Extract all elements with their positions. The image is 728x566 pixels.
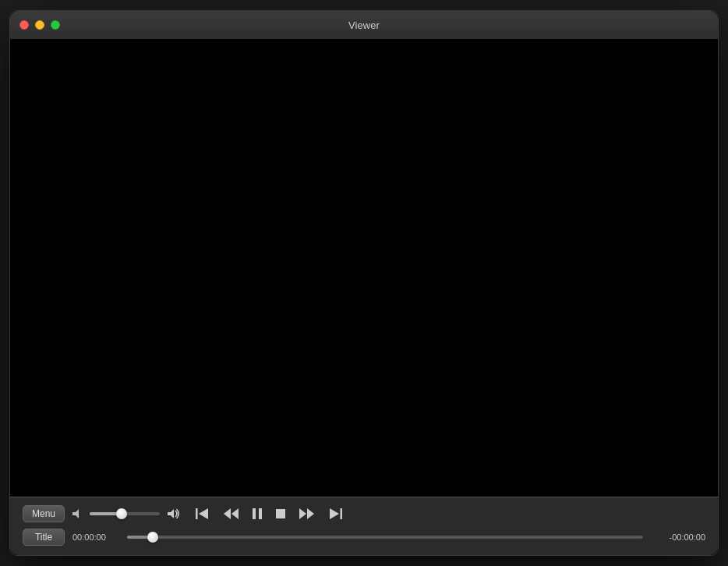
rewind-button[interactable] xyxy=(221,506,241,522)
controls-bar: Menu xyxy=(10,497,718,555)
progress-row: Title 00:00:00 -00:00:00 xyxy=(23,529,705,546)
window-title: Viewer xyxy=(348,19,380,31)
volume-slider[interactable] xyxy=(90,512,160,515)
skip-next-button[interactable] xyxy=(327,506,344,522)
skip-prev-button[interactable] xyxy=(194,506,211,522)
menu-button[interactable]: Menu xyxy=(23,505,65,522)
svg-rect-4 xyxy=(196,508,198,519)
volume-low-icon xyxy=(71,508,83,520)
titlebar: Viewer xyxy=(10,11,718,39)
svg-marker-12 xyxy=(307,508,314,519)
pause-button[interactable] xyxy=(250,506,264,522)
viewer-window: Viewer Menu xyxy=(9,10,719,556)
progress-thumb[interactable] xyxy=(147,532,158,543)
volume-high-icon xyxy=(166,508,182,520)
svg-marker-5 xyxy=(199,508,208,519)
svg-marker-6 xyxy=(224,508,231,519)
svg-rect-8 xyxy=(253,508,256,519)
close-button[interactable] xyxy=(19,20,29,30)
svg-rect-9 xyxy=(259,508,262,519)
video-area xyxy=(10,39,718,497)
svg-rect-3 xyxy=(168,512,171,515)
title-button[interactable]: Title xyxy=(23,529,65,546)
svg-rect-14 xyxy=(341,508,343,519)
top-controls-row: Menu xyxy=(23,505,705,522)
traffic-lights xyxy=(19,20,60,30)
volume-thumb[interactable] xyxy=(116,508,127,519)
svg-marker-13 xyxy=(330,508,339,519)
fast-forward-button[interactable] xyxy=(297,506,317,522)
minimize-button[interactable] xyxy=(35,20,44,30)
stop-button[interactable] xyxy=(274,507,288,521)
progress-slider[interactable] xyxy=(127,532,643,543)
svg-rect-1 xyxy=(72,512,76,515)
remaining-time: -00:00:00 xyxy=(651,532,705,542)
volume-track xyxy=(90,512,160,515)
current-time: 00:00:00 xyxy=(72,532,119,542)
playback-controls xyxy=(194,506,344,522)
svg-rect-10 xyxy=(276,509,285,518)
progress-track xyxy=(127,536,643,539)
maximize-button[interactable] xyxy=(51,20,60,30)
svg-marker-11 xyxy=(299,508,306,519)
svg-marker-7 xyxy=(231,508,239,519)
